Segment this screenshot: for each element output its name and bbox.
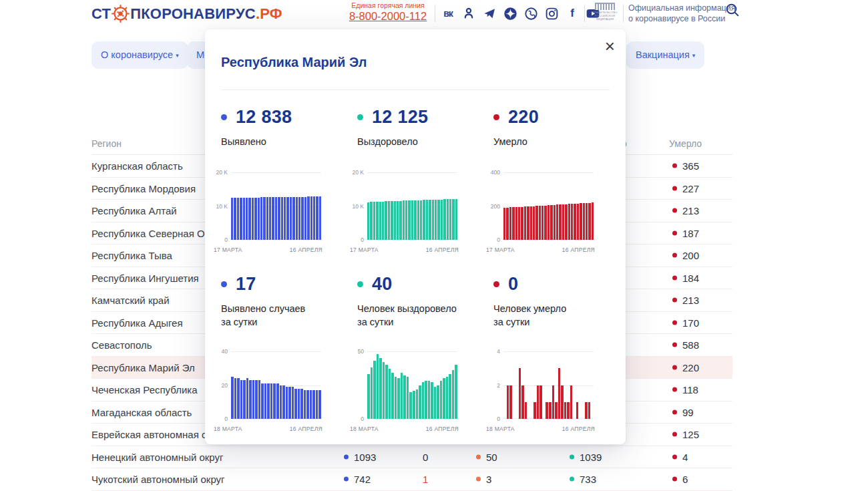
y-tick-label: 10 K <box>216 203 228 210</box>
bar <box>422 382 425 419</box>
y-tick-label: 0 <box>361 416 364 422</box>
y-tick-label: 400 <box>491 169 500 176</box>
bar <box>379 358 382 419</box>
bar <box>286 387 288 419</box>
nav-item-about-coronavirus[interactable]: О коронавирусе▾ <box>91 41 188 69</box>
bar <box>286 197 288 240</box>
table-row[interactable]: Чукотский автономный округ 742 1 3 733 6 <box>91 468 732 491</box>
government-emblem-icon <box>595 3 615 10</box>
site-logo[interactable]: СТ ПКОРОНАВИРУС.РФ <box>91 5 282 23</box>
y-tick-label: 20 <box>222 382 228 389</box>
region-name: Республика Ингушетия <box>91 272 199 283</box>
viber-icon[interactable] <box>523 6 538 21</box>
y-tick-label: 0 <box>497 416 500 422</box>
telegram-icon[interactable] <box>482 6 497 21</box>
facebook-icon[interactable]: f <box>565 6 580 21</box>
x-axis-start-label: 18 МАРТА <box>350 426 379 432</box>
bar <box>452 199 454 240</box>
bar <box>592 202 594 240</box>
bar <box>266 197 268 240</box>
zen-icon[interactable] <box>503 6 517 21</box>
bar <box>443 199 445 240</box>
bar <box>570 385 573 420</box>
bar <box>367 202 369 240</box>
bar <box>267 383 270 419</box>
bar <box>437 200 439 240</box>
vk-icon[interactable]: вк <box>441 6 455 21</box>
green-dot-icon <box>570 477 574 482</box>
x-axis-end-label: 16 АПРЕЛЯ <box>290 426 322 432</box>
bar <box>509 385 512 420</box>
bar <box>558 368 561 419</box>
red-dot-icon <box>672 477 677 482</box>
bar <box>307 196 309 240</box>
deaths-cell: 227 <box>672 182 699 194</box>
chart-daily-recovered: 500 18 МАРТА16 АПРЕЛЯ <box>350 346 463 446</box>
bar <box>585 402 588 419</box>
bar <box>278 197 280 240</box>
modal-title: Республика Марий Эл <box>221 55 367 70</box>
bar <box>281 197 283 240</box>
instagram-icon[interactable] <box>544 6 559 21</box>
green-dot-icon <box>357 114 363 120</box>
table-row[interactable]: Ненецкий автономный округ 1093 0 50 1039… <box>91 446 732 469</box>
bar <box>533 402 536 419</box>
logo-text-main: ПКОРОНАВИРУС <box>130 5 256 23</box>
y-tick-label: 20 K <box>216 169 228 176</box>
government-logo[interactable]: ПРАВИТЕЛЬСТВО РОССИЙСКОЙ ФЕДЕРАЦИИ <box>588 3 622 21</box>
bar <box>270 383 273 419</box>
hotline-block: Единая горячая линия 8-800-2000-112 <box>347 1 429 23</box>
red-dot-icon <box>672 432 677 437</box>
y-tick-label: 40 <box>222 348 228 355</box>
chevron-down-icon: ▾ <box>176 52 179 59</box>
red-dot-icon <box>672 410 677 414</box>
bar <box>240 380 243 419</box>
region-detail-modal: Республика Марий Эл × 12 838 Выявлено 12… <box>205 29 626 444</box>
x-axis-start-label: 17 МАРТА <box>214 247 242 253</box>
red-dot-icon <box>672 186 677 190</box>
deaths-cell: 213 <box>672 205 699 216</box>
chart-cumulative-deaths: 4002000 17 МАРТА16 АПРЕЛЯ <box>486 167 600 267</box>
orange-dot-icon <box>476 454 481 459</box>
bar <box>310 196 312 240</box>
search-icon[interactable] <box>725 3 740 17</box>
close-icon[interactable]: × <box>605 37 615 55</box>
bar <box>452 370 455 419</box>
stat-daily-deaths: 0 Человек умерлоза сутки <box>493 274 624 329</box>
bar <box>252 380 255 419</box>
bar <box>231 377 234 419</box>
x-axis-end-label: 16 АПРЕЛЯ <box>426 247 459 253</box>
odnoklassniki-icon[interactable] <box>461 6 476 21</box>
bar <box>549 402 552 419</box>
bar <box>237 378 240 419</box>
header-divider <box>623 5 624 22</box>
bar <box>562 204 564 240</box>
nav-item-vaccination[interactable]: Вакцинация▾ <box>626 41 704 69</box>
bar <box>521 207 523 240</box>
bar <box>248 198 250 240</box>
bar <box>447 199 449 240</box>
bar <box>246 378 249 419</box>
bar <box>260 197 262 240</box>
logo-text-left: СТ <box>91 5 111 23</box>
bar <box>583 203 585 240</box>
bar <box>503 208 505 240</box>
bar <box>376 202 378 240</box>
bar <box>441 200 443 240</box>
official-info-text: Официальная информация о коронавирусе в … <box>628 3 736 24</box>
bar <box>296 197 298 240</box>
y-tick-label: 0 <box>224 236 228 243</box>
bar <box>455 199 457 240</box>
active-cell: 50 <box>476 451 497 462</box>
bar <box>292 197 294 240</box>
deaths-cell: 99 <box>672 406 694 418</box>
blue-dot-icon <box>221 281 227 287</box>
y-tick-label: 0 <box>224 416 228 422</box>
bar <box>316 196 318 240</box>
x-axis-start-label: 17 МАРТА <box>486 247 515 253</box>
blue-dot-icon <box>344 454 349 459</box>
bar <box>428 381 431 419</box>
hotline-phone-link[interactable]: 8-800-2000-112 <box>347 10 429 23</box>
red-dot-icon <box>672 343 677 347</box>
bar <box>316 390 318 419</box>
